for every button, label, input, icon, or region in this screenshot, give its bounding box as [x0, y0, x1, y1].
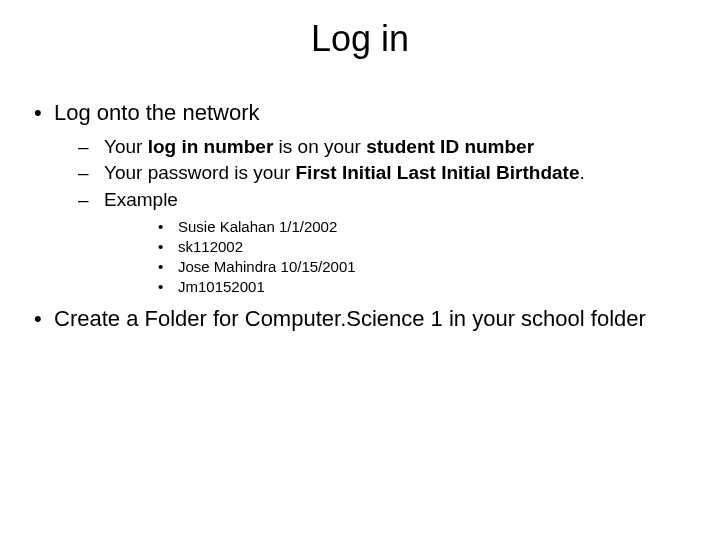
slide: Log in Log onto the network Your log in …	[0, 0, 720, 540]
list-item: Susie Kalahan 1/1/2002	[104, 217, 692, 237]
list-item-text: Jm10152001	[178, 278, 265, 295]
list-item-text: is on your	[279, 136, 367, 157]
bullet-list-level1: Log onto the network Your log in number …	[28, 98, 692, 333]
list-item: sk112002	[104, 237, 692, 257]
list-item: Jose Mahindra 10/15/2001	[104, 257, 692, 277]
list-item-text: .	[580, 162, 585, 183]
list-item: Your log in number is on your student ID…	[54, 134, 692, 160]
list-item: Your password is your First Initial Last…	[54, 160, 692, 186]
list-item: Jm10152001	[104, 277, 692, 297]
list-item-text: Your	[104, 136, 148, 157]
list-item-text: Example	[104, 189, 178, 210]
bold-text: log in number	[148, 136, 279, 157]
bold-text: student ID number	[366, 136, 534, 157]
list-item-text: Your password is your	[104, 162, 296, 183]
bullet-list-level3: Susie Kalahan 1/1/2002 sk112002 Jose Mah…	[104, 217, 692, 298]
list-item-text: Jose Mahindra 10/15/2001	[178, 258, 356, 275]
list-item-text: Susie Kalahan 1/1/2002	[178, 218, 337, 235]
list-item-text: Create a Folder for Computer.Science 1 i…	[54, 306, 646, 331]
list-item-text: Log onto the network	[54, 100, 259, 125]
list-item: Create a Folder for Computer.Science 1 i…	[28, 304, 692, 334]
bold-text: First Initial Last Initial Birthdate	[296, 162, 580, 183]
bullet-list-level2: Your log in number is on your student ID…	[54, 134, 692, 298]
list-item: Log onto the network Your log in number …	[28, 98, 692, 298]
list-item: Example Susie Kalahan 1/1/2002 sk112002 …	[54, 187, 692, 298]
list-item-text: sk112002	[178, 238, 243, 255]
slide-title: Log in	[28, 18, 692, 60]
